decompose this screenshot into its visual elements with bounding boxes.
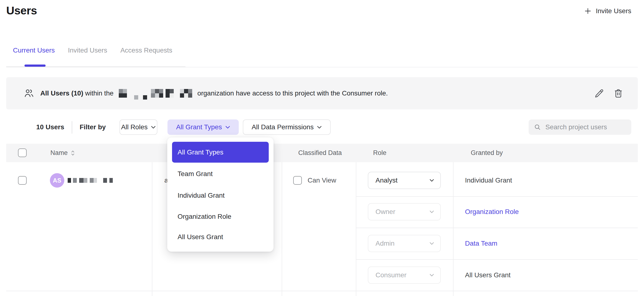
role-select-value: Consumer [376,271,406,279]
chevron-down-icon [151,126,156,129]
chevron-down-icon [430,242,434,245]
role-select-owner[interactable]: Owner [368,203,441,220]
tabs: Current Users Invited Users Access Reque… [13,46,172,55]
edit-banner-button[interactable] [594,88,605,98]
redacted-user-name [68,178,113,183]
banner-text-before-org: within the [83,90,116,97]
banner-text: All Users (10) within the organization h… [40,89,388,98]
can-view-label: Can View [308,176,336,184]
role-select-admin[interactable]: Admin [368,235,441,252]
banner-bold-text: All Users (10) [40,90,83,97]
column-header-granted-by[interactable]: Granted by [471,144,503,162]
granted-by-value: Individual Grant [465,176,512,184]
column-header-name[interactable]: Name [50,144,68,162]
chevron-down-icon [225,126,230,129]
select-all-checkbox[interactable] [18,148,27,157]
dropdown-option-all-grant-types[interactable]: All Grant Types [172,142,269,163]
filter-all-data-permissions[interactable]: All Data Permissions [243,120,331,135]
filter-by-label: Filter by [80,120,106,135]
column-divider [453,162,454,296]
role-select-value: Analyst [376,176,398,184]
grant-row-divider [356,196,638,197]
filter-all-roles-label: All Roles [121,123,148,131]
search-input[interactable] [546,123,626,131]
active-tab-indicator [24,64,46,67]
tab-invited-users[interactable]: Invited Users [68,46,107,55]
invite-users-label: Invite Users [596,7,631,15]
chevron-down-icon [430,274,434,276]
page-title: Users [6,4,37,17]
can-view-checkbox[interactable] [293,176,302,185]
users-page: Users Invite Users Current Users Invited… [0,0,644,296]
tab-access-requests[interactable]: Access Requests [120,46,172,55]
role-select-consumer[interactable]: Consumer [368,266,441,284]
role-select-value: Owner [376,208,395,216]
chevron-down-icon [430,210,434,213]
column-header-role[interactable]: Role [373,144,386,162]
dropdown-option-team-grant[interactable]: Team Grant [167,166,274,181]
dropdown-option-individual-grant[interactable]: Individual Grant [167,188,274,203]
granted-by-link[interactable]: Organization Role [465,208,519,216]
delete-banner-button[interactable] [613,88,623,98]
invite-users-button[interactable]: Invite Users [584,7,631,15]
row-checkbox[interactable] [18,176,27,185]
grant-row-divider [356,228,638,228]
column-divider [282,162,282,296]
role-select-value: Admin [376,240,394,247]
filter-all-grant-types[interactable]: All Grant Types [168,120,239,135]
column-divider [356,162,356,296]
filter-all-grant-types-label: All Grant Types [176,123,222,131]
avatar-initials: AS [53,177,62,184]
granted-by-value: All Users Grant [465,271,510,279]
role-select-analyst[interactable]: Analyst [368,172,441,189]
banner-text-after-org: organization have access to this project… [196,90,388,97]
dropdown-option-all-users-grant[interactable]: All Users Grant [167,230,274,244]
trash-icon [613,88,623,98]
redacted-org-name [119,89,192,98]
column-header-classified-data[interactable]: Classified Data [298,144,342,162]
row-divider [6,291,638,291]
chevron-down-icon [317,126,322,129]
filter-bar-divider [72,121,72,134]
sort-icon[interactable] [71,150,74,156]
column-divider [152,162,152,296]
table-header: Name Email Classified Data Role Granted … [6,144,638,162]
grant-type-dropdown-menu: All Grant Types Team Grant Individual Gr… [167,138,274,252]
pencil-icon [594,88,605,98]
grant-row-divider [356,259,638,260]
users-group-icon [24,88,34,99]
granted-by-link[interactable]: Data Team [465,240,498,248]
page-divider [6,67,638,68]
tab-current-users[interactable]: Current Users [13,46,55,55]
avatar: AS [50,173,64,188]
search-project-users [528,120,631,135]
search-icon [534,124,541,131]
chevron-down-icon [430,179,434,182]
filter-all-roles[interactable]: All Roles [120,120,158,135]
filter-all-data-permissions-label: All Data Permissions [252,123,314,131]
user-count: 10 Users [36,120,64,135]
plus-icon [584,7,592,15]
dropdown-option-organization-role[interactable]: Organization Role [167,209,274,224]
all-users-banner: All Users (10) within the organization h… [6,77,638,110]
